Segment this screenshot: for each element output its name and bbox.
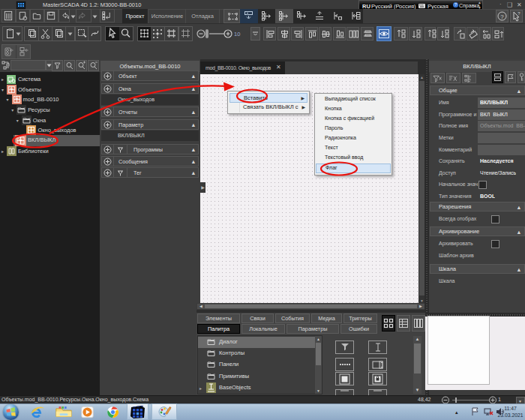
svg-text:?: ? <box>518 11 520 16</box>
svg-text:?: ? <box>500 14 504 20</box>
